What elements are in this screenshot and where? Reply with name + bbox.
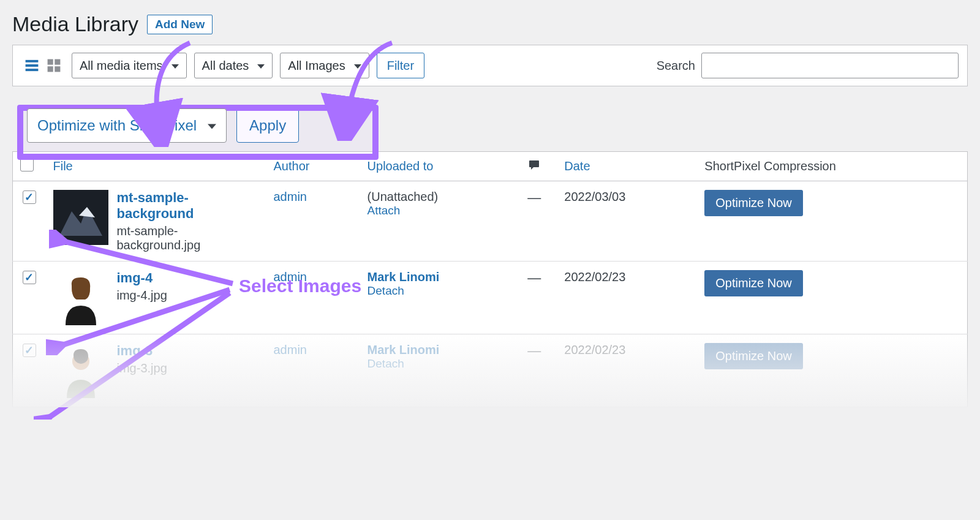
uploaded-to-column-header[interactable]: Uploaded to bbox=[360, 152, 521, 181]
date-cell: 2022/02/23 bbox=[557, 262, 697, 334]
svg-rect-3 bbox=[48, 59, 53, 65]
comments-count: — bbox=[527, 270, 541, 285]
attach-detach-link[interactable]: Attach bbox=[368, 204, 513, 217]
row-checkbox[interactable] bbox=[23, 344, 36, 357]
filter-bar: All media items All dates All Images Fil… bbox=[12, 45, 968, 86]
grid-view-icon bbox=[46, 58, 62, 73]
media-filename: img-3.jpg bbox=[117, 361, 167, 375]
table-row: mt-sample-background mt-sample-backgroun… bbox=[13, 181, 968, 262]
media-title-link[interactable]: mt-sample-background bbox=[117, 190, 259, 222]
media-title-link[interactable]: img-3 bbox=[117, 343, 167, 359]
filter-button[interactable]: Filter bbox=[377, 53, 424, 78]
date-cell: 2022/02/23 bbox=[557, 334, 697, 407]
list-view-icon bbox=[24, 58, 40, 73]
search-label: Search bbox=[657, 59, 695, 73]
file-column-header[interactable]: File bbox=[46, 152, 266, 181]
media-table: File Author Uploaded to Date ShortPixel … bbox=[12, 151, 968, 407]
bulk-action-bar: Optimize with ShortPixel Apply bbox=[12, 100, 968, 151]
date-filter[interactable]: All dates bbox=[194, 53, 273, 78]
page-header: Media Library Add New bbox=[12, 12, 968, 36]
svg-rect-7 bbox=[53, 190, 108, 245]
optimize-now-button[interactable]: Optimize Now bbox=[704, 190, 802, 216]
optimize-now-button[interactable]: Optimize Now bbox=[704, 270, 802, 296]
uploaded-to-text: (Unattached) bbox=[368, 190, 513, 204]
date-column-header[interactable]: Date bbox=[557, 152, 697, 181]
comment-icon bbox=[527, 159, 541, 171]
media-type-filter[interactable]: All media items bbox=[72, 53, 187, 78]
svg-rect-1 bbox=[26, 64, 39, 67]
table-row: img-3 img-3.jpg admin Mark Linomi Detach… bbox=[13, 334, 968, 407]
shortpixel-column-header: ShortPixel Compression bbox=[697, 152, 967, 181]
row-checkbox[interactable] bbox=[23, 190, 36, 204]
author-link[interactable]: admin bbox=[274, 270, 307, 284]
attach-detach-link[interactable]: Detach bbox=[368, 357, 513, 371]
grid-view-button[interactable] bbox=[43, 55, 64, 76]
page-title: Media Library bbox=[12, 12, 138, 36]
svg-rect-0 bbox=[26, 60, 39, 62]
row-checkbox[interactable] bbox=[23, 271, 36, 284]
add-new-button[interactable]: Add New bbox=[147, 15, 213, 34]
select-all-checkbox[interactable] bbox=[20, 158, 34, 171]
select-all-column bbox=[13, 152, 46, 181]
optimize-now-button[interactable]: Optimize Now bbox=[704, 343, 802, 369]
svg-rect-2 bbox=[26, 69, 39, 71]
media-filename: img-4.jpg bbox=[117, 288, 167, 303]
bulk-action-select[interactable]: Optimize with ShortPixel bbox=[27, 108, 227, 143]
list-view-button[interactable] bbox=[21, 55, 42, 76]
svg-rect-5 bbox=[48, 66, 53, 72]
uploaded-to-text[interactable]: Mark Linomi bbox=[368, 270, 513, 284]
media-title-link[interactable]: img-4 bbox=[117, 270, 167, 286]
images-filter[interactable]: All Images bbox=[280, 53, 369, 78]
date-cell: 2022/03/03 bbox=[557, 181, 697, 262]
view-toggle bbox=[21, 55, 64, 76]
search-wrap: Search bbox=[657, 53, 959, 78]
author-link[interactable]: admin bbox=[274, 343, 307, 356]
author-link[interactable]: admin bbox=[274, 190, 307, 203]
comments-column-header[interactable] bbox=[520, 152, 557, 181]
uploaded-to-text[interactable]: Mark Linomi bbox=[368, 343, 513, 357]
table-row: img-4 img-4.jpg admin Mark Linomi Detach… bbox=[13, 262, 968, 334]
apply-button[interactable]: Apply bbox=[236, 108, 299, 143]
media-thumbnail[interactable] bbox=[53, 343, 108, 398]
comments-count: — bbox=[527, 343, 541, 358]
svg-rect-4 bbox=[55, 59, 60, 65]
svg-rect-6 bbox=[55, 66, 60, 72]
author-column-header[interactable]: Author bbox=[266, 152, 360, 181]
media-filename: mt-sample-background.jpg bbox=[117, 224, 259, 252]
media-thumbnail[interactable] bbox=[53, 270, 108, 325]
search-input[interactable] bbox=[701, 53, 959, 78]
attach-detach-link[interactable]: Detach bbox=[368, 284, 513, 298]
media-thumbnail[interactable] bbox=[53, 190, 108, 245]
comments-count: — bbox=[527, 190, 541, 205]
